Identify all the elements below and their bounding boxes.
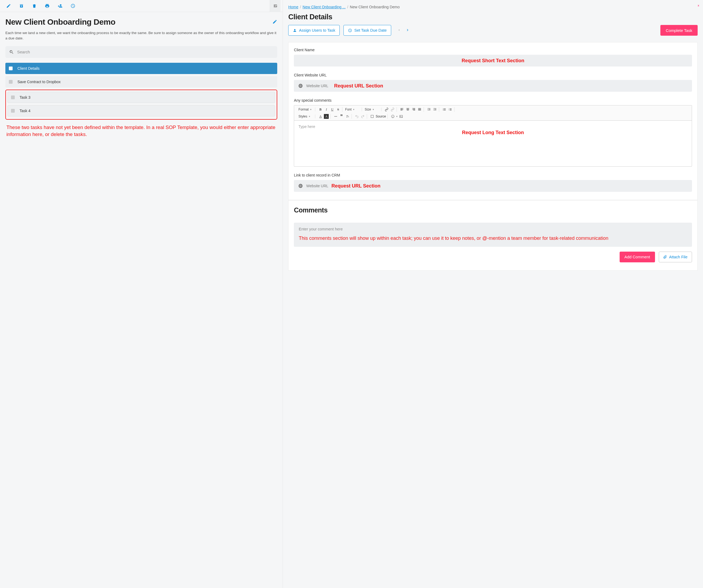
annotation-short-text: Request Short Text Section	[462, 58, 525, 64]
rte-align-right-icon[interactable]	[411, 107, 416, 112]
search-input[interactable]	[5, 46, 277, 58]
clock-outline-icon	[348, 28, 352, 32]
annotation-long-text: Request Long Text Section	[462, 130, 524, 136]
client-name-label: Client Name	[294, 48, 692, 52]
workflow-title: New Client Onboarding Demo	[5, 17, 270, 26]
client-name-input[interactable]: Request Short Text Section	[294, 55, 692, 67]
archive-icon[interactable]	[15, 0, 28, 12]
globe-icon	[298, 183, 303, 188]
rte-redo-icon[interactable]	[360, 114, 365, 119]
rte-link-icon[interactable]	[384, 107, 389, 112]
client-url-label: Client Website URL	[294, 73, 692, 77]
left-panel: New Client Onboarding Demo Each time we …	[0, 0, 283, 588]
svg-point-9	[393, 116, 394, 116]
task-label: Task 3	[19, 95, 30, 99]
client-url-input[interactable]: Website URL Request URL Section	[294, 80, 692, 92]
print-icon[interactable]	[41, 0, 54, 12]
set-due-date-button[interactable]: Set Task Due Date	[343, 25, 391, 36]
breadcrumb-separator: /	[347, 5, 348, 9]
breadcrumb-home[interactable]: Home	[288, 5, 298, 9]
task-label: Save Contract to Dropbox	[17, 80, 61, 84]
rte-hr-icon[interactable]	[333, 114, 338, 119]
annotation-comments: This comments section will show up withi…	[299, 235, 687, 242]
rte-styles-dropdown[interactable]: Styles▾	[298, 115, 313, 118]
rte-source-label[interactable]: Source	[376, 115, 386, 118]
rte-number-list-icon[interactable]: 123	[448, 107, 453, 112]
rte-toolbar: Format▾ B I U S Font▾	[294, 105, 692, 121]
assign-users-label: Assign Users to Task	[299, 28, 335, 32]
task-list: Client Details Save Contract to Dropbox	[5, 63, 277, 87]
rte-unlink-icon[interactable]	[390, 107, 395, 112]
task-item-task4[interactable]: Task 4	[7, 105, 275, 117]
rte-italic-icon[interactable]: I	[324, 107, 329, 112]
search-field[interactable]	[17, 50, 274, 54]
task-content-card: Client Name Request Short Text Section C…	[288, 42, 698, 200]
rte-emoji-icon[interactable]	[390, 114, 395, 119]
rte-quote-icon[interactable]: ❞	[339, 114, 344, 119]
next-task-arrow[interactable]	[406, 28, 409, 33]
rte-strike-icon[interactable]: S	[336, 107, 340, 112]
attach-file-button[interactable]: Attach File	[659, 251, 692, 262]
rte-bullet-list-icon[interactable]	[442, 107, 447, 112]
indent-left-icon[interactable]	[270, 0, 281, 12]
rte-align-left-icon[interactable]	[399, 107, 404, 112]
svg-point-0	[443, 108, 444, 109]
rte-bold-icon[interactable]: B	[318, 107, 323, 112]
rte-format-dropdown[interactable]: Format▾	[298, 107, 313, 111]
svg-text:3: 3	[449, 110, 449, 111]
annotation-url-section: Request URL Section	[331, 183, 380, 189]
rte-size-dropdown[interactable]: Size▾	[365, 107, 380, 111]
set-due-date-label: Set Task Due Date	[354, 28, 387, 32]
page-title: Client Details	[288, 13, 698, 21]
trash-icon[interactable]	[28, 0, 41, 12]
crm-link-input[interactable]: Website URL Request URL Section	[294, 180, 692, 192]
clock-icon[interactable]	[67, 0, 79, 12]
person-add-icon[interactable]	[54, 0, 67, 12]
rte-align-center-icon[interactable]	[405, 107, 410, 112]
task-item-task3[interactable]: Task 3	[7, 92, 275, 103]
special-comments-label: Any special comments	[294, 98, 692, 102]
rte-outdent-icon[interactable]	[426, 107, 432, 112]
rte-image-icon[interactable]	[399, 114, 403, 119]
rte-source-icon[interactable]	[370, 114, 375, 119]
svg-rect-6	[371, 115, 374, 118]
rte-emoji-caret[interactable]: ▾	[396, 115, 398, 118]
breadcrumb: Home / New Client Onboarding ... / New C…	[288, 5, 698, 9]
task-checkbox[interactable]	[11, 109, 15, 113]
attach-file-label: Attach File	[669, 255, 688, 259]
top-toolbar	[0, 0, 283, 12]
assign-users-button[interactable]: Assign Users to Task	[288, 25, 340, 36]
rte-body[interactable]: Type here Request Long Text Section	[294, 121, 692, 166]
workflow-description: Each time we land a new client, we want …	[5, 30, 277, 41]
rte-remove-format-icon[interactable]: Tx	[345, 114, 350, 119]
task-item-save-contract[interactable]: Save Contract to Dropbox	[5, 76, 277, 87]
rte-text-color-icon[interactable]: A	[318, 114, 323, 119]
comment-placeholder: Enter your comment here	[299, 227, 343, 231]
rte-undo-icon[interactable]	[355, 114, 359, 119]
task-checkbox[interactable]	[9, 80, 13, 84]
task-checkbox[interactable]	[11, 95, 15, 99]
comment-input[interactable]: Enter your comment here This comments se…	[294, 223, 692, 247]
edit-icon[interactable]	[2, 0, 15, 12]
svg-point-7	[391, 115, 394, 118]
url-placeholder: Website URL	[306, 184, 328, 188]
breadcrumb-parent[interactable]: New Client Onboarding ...	[303, 5, 345, 9]
user-icon	[293, 28, 297, 32]
search-icon	[9, 50, 14, 55]
task-checkbox[interactable]	[9, 67, 13, 70]
edit-title-icon[interactable]	[272, 19, 277, 25]
add-comment-button[interactable]: Add Comment	[620, 251, 655, 262]
rte-font-dropdown[interactable]: Font▾	[345, 107, 360, 111]
complete-task-button[interactable]: Complete Task	[660, 25, 698, 36]
task-label: Task 4	[19, 108, 30, 113]
globe-icon	[298, 83, 303, 88]
rte-bg-color-icon[interactable]: A	[324, 114, 329, 119]
task-item-client-details[interactable]: Client Details	[5, 63, 277, 74]
rte-align-justify-icon[interactable]	[417, 107, 422, 112]
collapse-panel-icon[interactable]: ⌄⌄	[697, 4, 700, 7]
crm-link-label: Link to client record in CRM	[294, 173, 692, 177]
breadcrumb-separator: /	[300, 5, 301, 9]
comments-heading: Comments	[294, 206, 692, 214]
rte-indent-icon[interactable]	[433, 107, 437, 112]
rte-underline-icon[interactable]: U	[330, 107, 335, 112]
